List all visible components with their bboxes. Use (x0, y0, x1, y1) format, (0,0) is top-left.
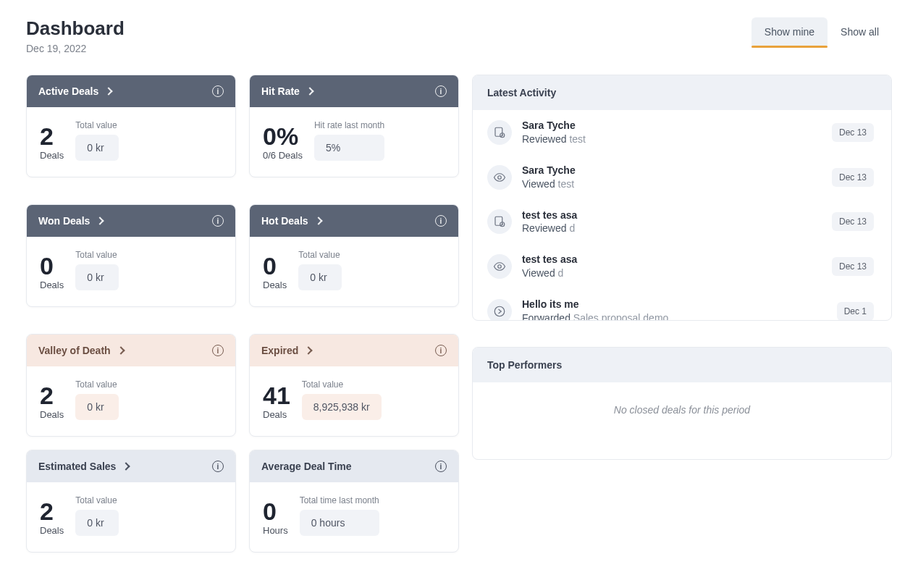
info-icon[interactable]: i (435, 461, 447, 472)
activity-action: Viewed (522, 267, 555, 279)
activity-date: Dec 13 (832, 212, 874, 231)
svg-rect-3 (495, 217, 502, 226)
card-hot-deals-title: Hot Deals (261, 215, 308, 227)
active-deals-value-chip: 0 kr (75, 135, 119, 161)
latest-activity-title: Latest Activity (473, 75, 891, 110)
eye-icon (487, 254, 512, 279)
card-won-deals-head[interactable]: Won Deals i (27, 205, 235, 237)
expired-value-chip: 8,925,938 kr (302, 394, 382, 420)
active-deals-unit: Deals (40, 150, 64, 161)
review-icon (487, 120, 512, 145)
activity-object: test (569, 133, 586, 145)
chevron-right-icon (306, 87, 313, 95)
expired-count: 41 (263, 383, 290, 408)
info-icon[interactable]: i (435, 85, 447, 97)
activity-row[interactable]: test tes asaViewed d Dec 13 (473, 244, 888, 289)
hot-deals-sublabel: Total value (298, 250, 342, 260)
hot-deals-value-chip: 0 kr (298, 264, 342, 290)
avg-deal-time-sublabel: Total time last month (300, 495, 379, 505)
card-hit-rate-title: Hit Rate (261, 85, 300, 97)
valley-sublabel: Total value (75, 379, 119, 390)
panel-latest-activity: Latest Activity Sara TycheReviewed test … (472, 75, 892, 321)
info-icon[interactable]: i (435, 345, 447, 356)
card-won-deals: Won Deals i 0Deals Total value0 kr (26, 204, 236, 307)
chevron-right-icon (122, 462, 130, 470)
card-expired: Expired i 41Deals Total value8,925,938 k… (249, 334, 459, 437)
card-hot-deals-head[interactable]: Hot Deals i (250, 205, 458, 237)
card-valley-of-death: Valley of Death i 2Deals Total value0 kr (26, 334, 236, 437)
avg-deal-time-value-chip: 0 hours (300, 510, 379, 536)
page-title: Dashboard (26, 17, 125, 40)
svg-point-6 (494, 306, 505, 316)
avg-deal-time-count: 0 (263, 499, 277, 524)
chevron-right-icon (105, 87, 113, 95)
estimated-sales-value-chip: 0 kr (75, 510, 119, 536)
activity-who: test tes asa (522, 209, 822, 222)
activity-row[interactable]: Hello its meForwarded Sales proposal dem… (473, 289, 888, 320)
card-active-deals-head[interactable]: Active Deals i (27, 75, 235, 107)
card-estimated-sales-head[interactable]: Estimated Sales i (27, 450, 235, 482)
top-performers-title: Top Performers (473, 348, 891, 382)
svg-point-5 (498, 265, 502, 269)
activity-date: Dec 13 (832, 257, 874, 276)
hit-rate-sublabel: Hit rate last month (314, 120, 384, 130)
card-expired-head[interactable]: Expired i (250, 335, 458, 366)
activity-action: Reviewed (522, 133, 566, 145)
valley-unit: Deals (40, 409, 64, 420)
hit-rate-unit: 0/6 Deals (263, 150, 303, 161)
card-valley-of-death-head[interactable]: Valley of Death i (27, 335, 235, 366)
card-average-deal-time-head[interactable]: Average Deal Time i (250, 450, 458, 482)
info-icon[interactable]: i (212, 461, 224, 472)
activity-row[interactable]: test tes asaReviewed d Dec 13 (473, 200, 888, 245)
forward-icon (487, 299, 512, 320)
activity-row[interactable]: Sara TycheViewed test Dec 13 (473, 155, 888, 200)
activity-action: Viewed (522, 178, 555, 190)
card-average-deal-time: Average Deal Time i 0Hours Total time la… (249, 450, 459, 553)
chevron-right-icon (305, 346, 313, 354)
won-deals-unit: Deals (40, 280, 64, 290)
expired-unit: Deals (263, 409, 287, 420)
estimated-sales-count: 2 (40, 499, 54, 524)
activity-who: Sara Tyche (522, 164, 822, 177)
card-active-deals-title: Active Deals (38, 85, 98, 97)
svg-point-2 (498, 175, 502, 179)
valley-count: 2 (40, 383, 54, 408)
tab-show-mine[interactable]: Show mine (751, 17, 828, 46)
info-icon[interactable]: i (435, 215, 447, 227)
activity-object: d (558, 267, 564, 279)
review-icon (487, 209, 512, 234)
card-estimated-sales: Estimated Sales i 2Deals Total value0 kr (26, 450, 236, 553)
card-average-deal-time-title: Average Deal Time (261, 461, 352, 472)
activity-row[interactable]: Sara TycheReviewed test Dec 13 (473, 110, 888, 155)
won-deals-value-chip: 0 kr (75, 264, 119, 290)
page-date: Dec 19, 2022 (26, 43, 125, 54)
valley-value-chip: 0 kr (75, 394, 119, 420)
card-hit-rate-head[interactable]: Hit Rate i (250, 75, 458, 107)
info-icon[interactable]: i (212, 345, 224, 356)
view-toggle: Show mine Show all (751, 17, 892, 46)
hot-deals-unit: Deals (263, 280, 287, 290)
card-won-deals-title: Won Deals (38, 215, 90, 227)
activity-date: Dec 13 (832, 123, 874, 142)
hot-deals-count: 0 (263, 253, 277, 278)
won-deals-sublabel: Total value (75, 250, 119, 260)
info-icon[interactable]: i (212, 215, 224, 227)
activity-list[interactable]: Sara TycheReviewed test Dec 13 Sara Tych… (473, 110, 891, 320)
card-hot-deals: Hot Deals i 0Deals Total value0 kr (249, 204, 459, 307)
card-estimated-sales-title: Estimated Sales (38, 461, 116, 472)
activity-object: test (558, 178, 575, 190)
card-hit-rate: Hit Rate i 0% 0/6 Deals Hit rate last mo… (249, 75, 459, 177)
activity-date: Dec 1 (837, 302, 874, 320)
hit-rate-chip: 5% (314, 135, 384, 161)
estimated-sales-sublabel: Total value (75, 495, 119, 505)
tab-show-all[interactable]: Show all (828, 17, 892, 46)
expired-sublabel: Total value (302, 379, 382, 390)
activity-action: Reviewed (522, 222, 566, 234)
estimated-sales-unit: Deals (40, 525, 64, 536)
info-icon[interactable]: i (212, 85, 224, 97)
activity-who: Hello its me (522, 298, 827, 311)
activity-who: test tes asa (522, 253, 822, 266)
active-deals-count: 2 (40, 124, 54, 148)
card-active-deals: Active Deals i 2 Deals Total value 0 kr (26, 75, 236, 177)
card-valley-of-death-title: Valley of Death (38, 345, 111, 356)
